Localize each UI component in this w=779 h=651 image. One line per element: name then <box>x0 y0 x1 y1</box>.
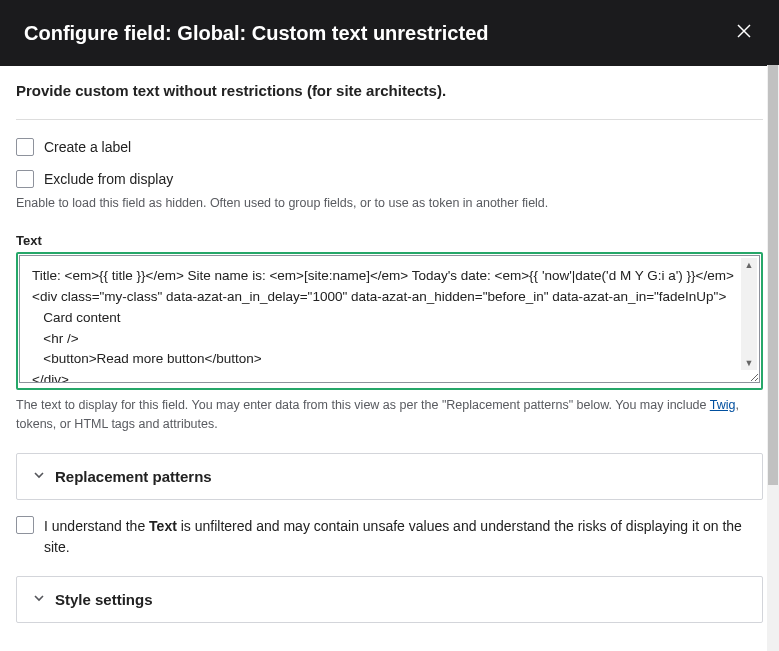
ack-checkbox[interactable] <box>16 516 34 534</box>
scroll-up-icon: ▲ <box>745 258 754 272</box>
create-label-label[interactable]: Create a label <box>44 139 131 155</box>
divider <box>16 119 763 120</box>
create-label-field: Create a label <box>16 138 763 156</box>
create-label-checkbox[interactable] <box>16 138 34 156</box>
close-button[interactable] <box>733 20 755 46</box>
style-settings-toggle[interactable]: Style settings <box>16 576 763 623</box>
ack-bold: Text <box>149 518 177 534</box>
style-settings-label: Style settings <box>55 591 153 608</box>
chevron-down-icon <box>33 592 45 607</box>
modal-title: Configure field: Global: Custom text unr… <box>24 22 488 45</box>
text-textarea-wrapper: ▲ ▼ <box>16 252 763 390</box>
twig-link[interactable]: Twig <box>710 398 736 412</box>
scroll-down-icon: ▼ <box>745 356 754 370</box>
ack-text[interactable]: I understand the Text is unfiltered and … <box>44 516 763 558</box>
exclude-checkbox[interactable] <box>16 170 34 188</box>
text-textarea[interactable] <box>19 255 760 383</box>
exclude-help: Enable to load this field as hidden. Oft… <box>16 194 763 213</box>
text-description: The text to display for this field. You … <box>16 396 763 434</box>
replacement-patterns-toggle[interactable]: Replacement patterns <box>16 453 763 500</box>
ack-field: I understand the Text is unfiltered and … <box>16 516 763 558</box>
modal-header: Configure field: Global: Custom text unr… <box>0 0 779 66</box>
scrollbar-thumb[interactable] <box>768 65 778 485</box>
modal-content: Provide custom text without restrictions… <box>0 66 779 651</box>
chevron-down-icon <box>33 469 45 484</box>
text-desc-pre: The text to display for this field. You … <box>16 398 710 412</box>
subtitle: Provide custom text without restrictions… <box>16 82 763 99</box>
ack-pre: I understand the <box>44 518 149 534</box>
page-scrollbar[interactable] <box>767 65 779 651</box>
textarea-scrollbar[interactable]: ▲ ▼ <box>741 258 757 370</box>
exclude-field: Exclude from display <box>16 170 763 188</box>
replacement-patterns-label: Replacement patterns <box>55 468 212 485</box>
text-label: Text <box>16 233 763 248</box>
close-icon <box>737 24 751 38</box>
exclude-label[interactable]: Exclude from display <box>44 171 173 187</box>
